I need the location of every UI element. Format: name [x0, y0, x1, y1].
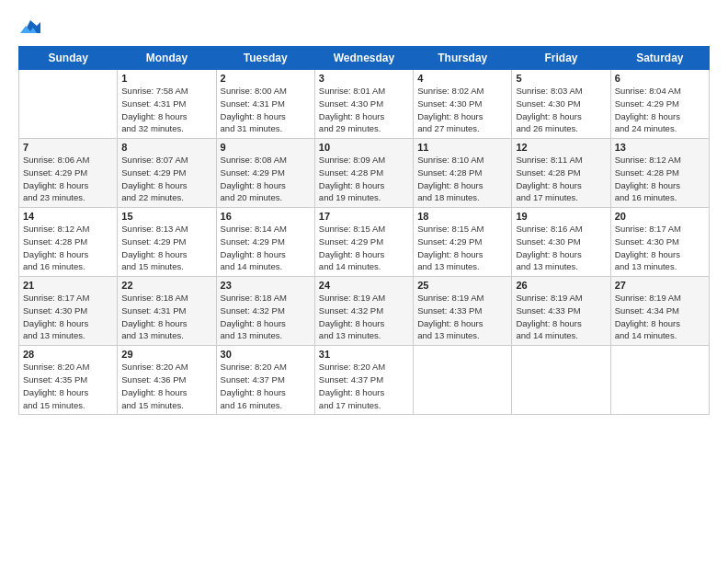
day-cell: 24Sunrise: 8:19 AMSunset: 4:32 PMDayligh…	[314, 277, 413, 346]
day-info: Sunrise: 8:09 AMSunset: 4:28 PMDaylight:…	[319, 154, 409, 204]
day-number: 25	[417, 280, 507, 291]
day-info: Sunrise: 8:02 AMSunset: 4:30 PMDaylight:…	[417, 85, 507, 135]
day-info: Sunrise: 8:06 AMSunset: 4:29 PMDaylight:…	[23, 154, 113, 204]
day-cell: 18Sunrise: 8:15 AMSunset: 4:29 PMDayligh…	[414, 208, 512, 277]
weekday-thursday: Thursday	[414, 47, 512, 70]
day-number: 15	[121, 211, 211, 222]
day-number: 30	[221, 349, 311, 360]
day-cell: 9Sunrise: 8:08 AMSunset: 4:29 PMDaylight…	[216, 139, 314, 208]
day-number: 10	[319, 142, 409, 153]
day-number: 19	[516, 211, 606, 222]
logo	[18, 17, 40, 37]
day-number: 21	[23, 280, 113, 291]
day-number: 13	[615, 142, 705, 153]
day-number: 1	[121, 73, 211, 84]
day-cell: 7Sunrise: 8:06 AMSunset: 4:29 PMDaylight…	[19, 139, 118, 208]
day-cell: 10Sunrise: 8:09 AMSunset: 4:28 PMDayligh…	[314, 139, 413, 208]
day-info: Sunrise: 8:07 AMSunset: 4:29 PMDaylight:…	[121, 154, 211, 204]
day-cell	[512, 346, 610, 415]
day-number: 6	[615, 73, 705, 84]
weekday-header-row: SundayMondayTuesdayWednesdayThursdayFrid…	[19, 47, 710, 70]
day-number: 24	[319, 280, 409, 291]
day-cell: 11Sunrise: 8:10 AMSunset: 4:28 PMDayligh…	[414, 139, 512, 208]
week-row-3: 14Sunrise: 8:12 AMSunset: 4:28 PMDayligh…	[19, 208, 710, 277]
day-number: 27	[615, 280, 705, 291]
day-number: 14	[23, 211, 113, 222]
weekday-wednesday: Wednesday	[314, 47, 413, 70]
day-number: 12	[516, 142, 606, 153]
week-row-4: 21Sunrise: 8:17 AMSunset: 4:30 PMDayligh…	[19, 277, 710, 346]
day-info: Sunrise: 8:11 AMSunset: 4:28 PMDaylight:…	[516, 154, 606, 204]
week-row-2: 7Sunrise: 8:06 AMSunset: 4:29 PMDaylight…	[19, 139, 710, 208]
day-cell: 20Sunrise: 8:17 AMSunset: 4:30 PMDayligh…	[610, 208, 709, 277]
day-info: Sunrise: 8:15 AMSunset: 4:29 PMDaylight:…	[319, 223, 409, 273]
calendar-table: SundayMondayTuesdayWednesdayThursdayFrid…	[18, 46, 710, 415]
weekday-friday: Friday	[512, 47, 610, 70]
day-cell: 30Sunrise: 8:20 AMSunset: 4:37 PMDayligh…	[216, 346, 314, 415]
day-info: Sunrise: 8:20 AMSunset: 4:35 PMDaylight:…	[23, 361, 113, 411]
day-number: 28	[23, 349, 113, 360]
day-number: 17	[319, 211, 409, 222]
day-cell: 23Sunrise: 8:18 AMSunset: 4:32 PMDayligh…	[216, 277, 314, 346]
day-cell: 1Sunrise: 7:58 AMSunset: 4:31 PMDaylight…	[118, 70, 216, 139]
day-number: 5	[516, 73, 606, 84]
day-cell: 12Sunrise: 8:11 AMSunset: 4:28 PMDayligh…	[512, 139, 610, 208]
day-cell: 25Sunrise: 8:19 AMSunset: 4:33 PMDayligh…	[414, 277, 512, 346]
day-info: Sunrise: 8:17 AMSunset: 4:30 PMDaylight:…	[615, 223, 705, 273]
day-info: Sunrise: 8:04 AMSunset: 4:29 PMDaylight:…	[615, 85, 705, 135]
day-cell: 27Sunrise: 8:19 AMSunset: 4:34 PMDayligh…	[610, 277, 709, 346]
day-info: Sunrise: 8:13 AMSunset: 4:29 PMDaylight:…	[121, 223, 211, 273]
day-number: 7	[23, 142, 113, 153]
day-info: Sunrise: 8:14 AMSunset: 4:29 PMDaylight:…	[221, 223, 311, 273]
day-info: Sunrise: 8:20 AMSunset: 4:36 PMDaylight:…	[121, 361, 211, 411]
day-cell: 26Sunrise: 8:19 AMSunset: 4:33 PMDayligh…	[512, 277, 610, 346]
day-cell: 17Sunrise: 8:15 AMSunset: 4:29 PMDayligh…	[314, 208, 413, 277]
day-number: 20	[615, 211, 705, 222]
day-cell: 13Sunrise: 8:12 AMSunset: 4:28 PMDayligh…	[610, 139, 709, 208]
header	[18, 17, 710, 37]
day-info: Sunrise: 8:15 AMSunset: 4:29 PMDaylight:…	[417, 223, 507, 273]
day-info: Sunrise: 8:20 AMSunset: 4:37 PMDaylight:…	[319, 361, 409, 411]
day-number: 9	[221, 142, 311, 153]
day-info: Sunrise: 7:58 AMSunset: 4:31 PMDaylight:…	[121, 85, 211, 135]
day-number: 22	[121, 280, 211, 291]
weekday-saturday: Saturday	[610, 47, 709, 70]
day-cell: 22Sunrise: 8:18 AMSunset: 4:31 PMDayligh…	[118, 277, 216, 346]
day-cell: 29Sunrise: 8:20 AMSunset: 4:36 PMDayligh…	[118, 346, 216, 415]
day-cell: 15Sunrise: 8:13 AMSunset: 4:29 PMDayligh…	[118, 208, 216, 277]
day-number: 2	[221, 73, 311, 84]
weekday-monday: Monday	[118, 47, 216, 70]
day-info: Sunrise: 8:18 AMSunset: 4:31 PMDaylight:…	[121, 292, 211, 342]
day-number: 26	[516, 280, 606, 291]
day-cell: 4Sunrise: 8:02 AMSunset: 4:30 PMDaylight…	[414, 70, 512, 139]
day-cell: 8Sunrise: 8:07 AMSunset: 4:29 PMDaylight…	[118, 139, 216, 208]
week-row-1: 1Sunrise: 7:58 AMSunset: 4:31 PMDaylight…	[19, 70, 710, 139]
weekday-tuesday: Tuesday	[216, 47, 314, 70]
day-cell: 2Sunrise: 8:00 AMSunset: 4:31 PMDaylight…	[216, 70, 314, 139]
day-info: Sunrise: 8:12 AMSunset: 4:28 PMDaylight:…	[615, 154, 705, 204]
day-number: 3	[319, 73, 409, 84]
day-number: 18	[417, 211, 507, 222]
day-cell: 6Sunrise: 8:04 AMSunset: 4:29 PMDaylight…	[610, 70, 709, 139]
day-info: Sunrise: 8:10 AMSunset: 4:28 PMDaylight:…	[417, 154, 507, 204]
week-row-5: 28Sunrise: 8:20 AMSunset: 4:35 PMDayligh…	[19, 346, 710, 415]
day-number: 4	[417, 73, 507, 84]
day-cell: 16Sunrise: 8:14 AMSunset: 4:29 PMDayligh…	[216, 208, 314, 277]
day-info: Sunrise: 8:08 AMSunset: 4:29 PMDaylight:…	[221, 154, 311, 204]
logo-icon	[20, 17, 40, 37]
day-cell	[610, 346, 709, 415]
day-info: Sunrise: 8:19 AMSunset: 4:33 PMDaylight:…	[417, 292, 507, 342]
weekday-sunday: Sunday	[19, 47, 118, 70]
day-info: Sunrise: 8:03 AMSunset: 4:30 PMDaylight:…	[516, 85, 606, 135]
day-info: Sunrise: 8:12 AMSunset: 4:28 PMDaylight:…	[23, 223, 113, 273]
day-info: Sunrise: 8:19 AMSunset: 4:32 PMDaylight:…	[319, 292, 409, 342]
day-number: 16	[221, 211, 311, 222]
day-cell: 28Sunrise: 8:20 AMSunset: 4:35 PMDayligh…	[19, 346, 118, 415]
day-info: Sunrise: 8:17 AMSunset: 4:30 PMDaylight:…	[23, 292, 113, 342]
day-info: Sunrise: 8:01 AMSunset: 4:30 PMDaylight:…	[319, 85, 409, 135]
day-number: 11	[417, 142, 507, 153]
day-info: Sunrise: 8:00 AMSunset: 4:31 PMDaylight:…	[221, 85, 311, 135]
day-cell: 31Sunrise: 8:20 AMSunset: 4:37 PMDayligh…	[314, 346, 413, 415]
day-number: 31	[319, 349, 409, 360]
day-info: Sunrise: 8:18 AMSunset: 4:32 PMDaylight:…	[221, 292, 311, 342]
